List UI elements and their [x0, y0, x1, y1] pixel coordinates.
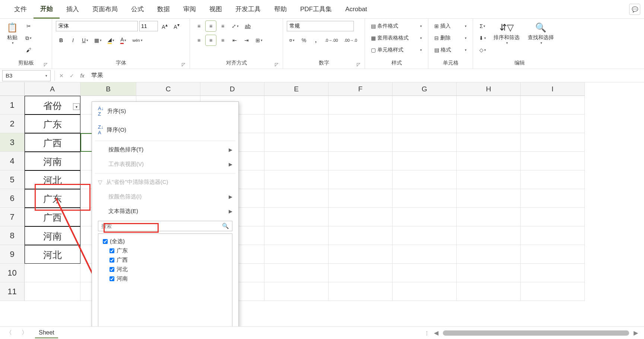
dialog-launcher-icon[interactable]: ◸ [44, 62, 47, 67]
cell-H4[interactable] [457, 152, 521, 170]
cell-A4[interactable]: 河南 [25, 152, 80, 170]
cell-E9[interactable] [264, 245, 329, 264]
row-header-5[interactable]: 5 [0, 170, 25, 189]
align-bottom-button[interactable]: ≡ [218, 21, 228, 31]
font-name-combo[interactable] [56, 21, 138, 31]
cell-E6[interactable] [264, 189, 329, 208]
cell-I3[interactable] [521, 133, 585, 152]
sheet-nav-prev[interactable]: 〈 [4, 329, 14, 337]
col-header-B[interactable]: B [80, 82, 136, 96]
font-color-button[interactable]: A▾ [118, 35, 129, 45]
cell-A6[interactable]: 广东 [25, 189, 80, 208]
tab-review[interactable]: 审阅 [177, 0, 203, 18]
font-size-combo[interactable] [139, 21, 158, 31]
merge-center-button[interactable]: ⊞▾ [253, 35, 265, 45]
insert-function-button[interactable]: fx [77, 70, 88, 81]
col-header-G[interactable]: G [393, 82, 457, 96]
cell-I2[interactable] [521, 114, 585, 133]
orientation-button[interactable]: ⤢▾ [229, 21, 241, 31]
increase-decimal-button[interactable]: .0→.00 [323, 35, 340, 45]
col-header-C[interactable]: C [136, 82, 200, 96]
insert-cells-button[interactable]: ⊞插入▾ [432, 21, 469, 31]
sort-filter-button[interactable]: ⇵▽ 排序和筛选▾ [491, 21, 523, 46]
cell-I7[interactable] [521, 208, 585, 226]
cell-E3[interactable] [264, 133, 329, 152]
filter-dropdown-A1[interactable]: ▾ [73, 103, 80, 110]
tab-home[interactable]: 开始 [34, 0, 60, 19]
cell-F5[interactable] [329, 170, 393, 189]
cell-F11[interactable] [329, 282, 393, 301]
filter-search-box[interactable]: 🔍 [98, 221, 232, 231]
cell-E2[interactable] [264, 114, 329, 133]
autosum-button[interactable]: Σ▾ [477, 21, 488, 31]
sheet-tab[interactable]: Sheet [35, 328, 58, 338]
align-top-button[interactable]: ≡ [194, 21, 204, 31]
row-header-9[interactable]: 9 [0, 245, 25, 264]
tab-help[interactable]: 帮助 [267, 0, 294, 18]
col-header-D[interactable]: D [200, 82, 264, 96]
cell-F1[interactable] [329, 96, 393, 114]
cut-button[interactable]: ✂ [23, 21, 34, 31]
row-header-3[interactable]: 3 [0, 133, 25, 152]
cell-F9[interactable] [329, 245, 393, 264]
tab-file[interactable]: 文件 [7, 0, 34, 18]
cell-H6[interactable] [457, 189, 521, 208]
cell-G4[interactable] [393, 152, 457, 170]
cell-A9[interactable]: 河北 [25, 245, 80, 264]
align-left-button[interactable]: ≡ [194, 35, 204, 45]
cell-G10[interactable] [393, 264, 457, 282]
filter-item[interactable]: 广东 [108, 246, 229, 255]
sort-by-color-item[interactable]: 按颜色排序(T)▶ [92, 142, 238, 157]
cell-E7[interactable] [264, 208, 329, 226]
filter-search-input[interactable] [101, 223, 222, 229]
cell-H7[interactable] [457, 208, 521, 226]
cell-A5[interactable]: 河北 [25, 170, 80, 189]
clear-button[interactable]: ◇▾ [477, 45, 488, 55]
tab-formulas[interactable]: 公式 [124, 0, 150, 18]
col-header-I[interactable]: I [521, 82, 585, 96]
tab-pdf-tools[interactable]: PDF工具集 [294, 0, 339, 18]
cell-H10[interactable] [457, 264, 521, 282]
underline-button[interactable]: U▾ [80, 35, 91, 45]
accounting-format-button[interactable]: ¤▾ [287, 35, 297, 45]
percent-button[interactable]: % [299, 35, 309, 45]
tab-developer[interactable]: 开发工具 [229, 0, 267, 18]
confirm-edit-button[interactable]: ✓ [67, 70, 77, 81]
cell-G7[interactable] [393, 208, 457, 226]
cell-F4[interactable] [329, 152, 393, 170]
cell-E5[interactable] [264, 170, 329, 189]
cell-I4[interactable] [521, 152, 585, 170]
hscroll-left[interactable]: ◀ [432, 329, 441, 336]
format-cells-button[interactable]: ▤格式▾ [432, 45, 469, 55]
format-as-table-button[interactable]: ▦套用表格格式▾ [369, 33, 424, 43]
cell-E10[interactable] [264, 264, 329, 282]
cell-H2[interactable] [457, 114, 521, 133]
row-header-4[interactable]: 4 [0, 152, 25, 170]
col-header-A[interactable]: A [25, 82, 80, 96]
cancel-edit-button[interactable]: ✕ [56, 70, 67, 81]
comma-style-button[interactable]: , [311, 35, 321, 45]
cell-E11[interactable] [264, 282, 329, 301]
cell-F2[interactable] [329, 114, 393, 133]
cell-F8[interactable] [329, 226, 393, 245]
cell-G2[interactable] [393, 114, 457, 133]
tab-data[interactable]: 数据 [150, 0, 177, 18]
cell-F10[interactable] [329, 264, 393, 282]
col-header-H[interactable]: H [457, 82, 521, 96]
sort-descending-item[interactable]: Z↓A 降序(O) [92, 120, 238, 139]
cell-G9[interactable] [393, 245, 457, 264]
dialog-launcher-icon[interactable]: ◸ [182, 62, 185, 67]
increase-font-button[interactable]: A▴ [159, 21, 170, 31]
cell-G8[interactable] [393, 226, 457, 245]
row-header-1[interactable]: 1 [0, 96, 25, 114]
filter-select-all[interactable]: (全选) [101, 237, 229, 246]
decrease-indent-button[interactable]: ⇤ [229, 35, 240, 45]
hscroll-right[interactable]: ▶ [631, 329, 640, 336]
cell-E4[interactable] [264, 152, 329, 170]
align-center-button[interactable]: ≡ [206, 35, 216, 45]
cell-G3[interactable] [393, 133, 457, 152]
cell-H3[interactable] [457, 133, 521, 152]
cell-H11[interactable] [457, 282, 521, 301]
cell-styles-button[interactable]: ▢单元格样式▾ [369, 45, 424, 55]
wrap-text-button[interactable]: ab [242, 21, 253, 31]
